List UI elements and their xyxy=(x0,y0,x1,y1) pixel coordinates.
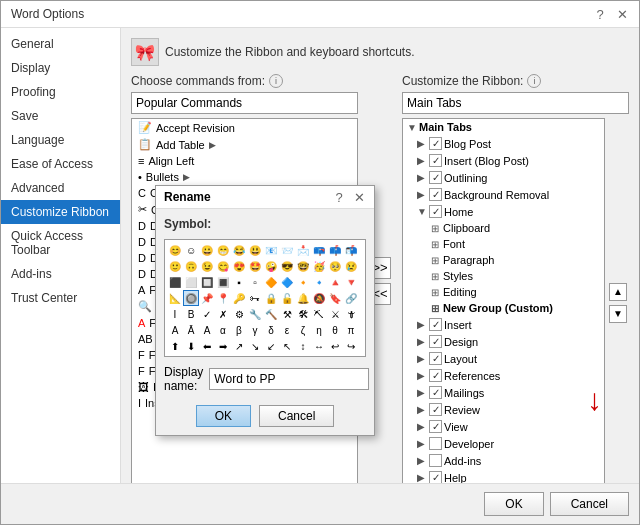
ribbon-item-references[interactable]: ▶ References xyxy=(403,367,604,384)
ribbon-item[interactable]: ⊞ Font xyxy=(403,236,604,252)
sym-cell[interactable]: ⬇ xyxy=(183,338,199,354)
sym-cell[interactable]: θ xyxy=(327,322,343,338)
dialog-help-button[interactable]: ? xyxy=(332,190,346,204)
sym-cell[interactable]: 😊 xyxy=(167,242,183,258)
help-button[interactable]: ? xyxy=(593,7,607,21)
ribbon-item[interactable]: ▶ Developer xyxy=(403,435,604,452)
sym-cell[interactable]: 🤪 xyxy=(263,258,279,274)
sidebar-item-add-ins[interactable]: Add-ins xyxy=(1,262,120,286)
dialog-cancel-button[interactable]: Cancel xyxy=(259,405,334,427)
sym-cell[interactable]: ⚙ xyxy=(231,306,247,322)
sidebar-item-trust-center[interactable]: Trust Center xyxy=(1,286,120,310)
sym-cell[interactable]: 🔔 xyxy=(295,290,311,306)
sym-cell[interactable]: α xyxy=(215,322,231,338)
sym-cell[interactable]: ε xyxy=(279,322,295,338)
sym-cell[interactable]: δ xyxy=(263,322,279,338)
ribbon-item[interactable]: ▶ Mailings xyxy=(403,384,604,401)
sidebar-item-save[interactable]: Save xyxy=(1,104,120,128)
ribbon-item-background-removal[interactable]: ▶ Background Removal xyxy=(403,186,604,203)
sym-cell[interactable]: ↘ xyxy=(247,338,263,354)
sidebar-item-proofing[interactable]: Proofing xyxy=(1,80,120,104)
sym-cell[interactable]: 🔑 xyxy=(231,290,247,306)
sidebar-item-customize-ribbon[interactable]: Customize Ribbon xyxy=(1,200,120,224)
customize-ribbon-dropdown[interactable]: Main Tabs xyxy=(402,92,629,114)
sym-cell[interactable]: ✓ xyxy=(199,306,215,322)
commands-from-dropdown[interactable]: Popular Commands xyxy=(131,92,358,114)
sym-cell-selected[interactable]: 🔘 xyxy=(183,290,199,306)
sym-cell[interactable]: ⬅ xyxy=(199,338,215,354)
sym-cell[interactable]: ζ xyxy=(295,322,311,338)
sym-cell[interactable]: 🥳 xyxy=(311,258,327,274)
ribbon-item[interactable]: ⊞ Styles xyxy=(403,268,604,284)
checkbox[interactable] xyxy=(429,454,442,467)
checkbox[interactable] xyxy=(429,437,442,450)
ribbon-item[interactable]: ▶ Review xyxy=(403,401,604,418)
sym-cell[interactable]: A xyxy=(167,322,183,338)
sym-cell[interactable]: ⬜ xyxy=(183,274,199,290)
ribbon-item[interactable]: ⊞ Editing xyxy=(403,284,604,300)
display-name-input[interactable] xyxy=(209,368,369,390)
sym-cell[interactable]: 🔷 xyxy=(279,274,295,290)
checkbox[interactable] xyxy=(429,171,442,184)
checkbox[interactable] xyxy=(429,471,442,483)
dialog-ok-button[interactable]: OK xyxy=(196,405,251,427)
sym-cell[interactable]: 😁 xyxy=(215,242,231,258)
sym-cell[interactable]: 🙃 xyxy=(183,258,199,274)
ribbon-item-home[interactable]: ▼ Home xyxy=(403,203,604,220)
sidebar-item-language[interactable]: Language xyxy=(1,128,120,152)
ribbon-item[interactable]: ⊞ Clipboard xyxy=(403,220,604,236)
checkbox[interactable] xyxy=(429,154,442,167)
sym-cell[interactable]: 📧 xyxy=(263,242,279,258)
sym-cell[interactable]: 🔶 xyxy=(263,274,279,290)
sym-cell[interactable]: 🔨 xyxy=(263,306,279,322)
sym-cell[interactable]: ⛏ xyxy=(311,306,327,322)
sym-cell[interactable]: ▫ xyxy=(247,274,263,290)
sidebar-item-advanced[interactable]: Advanced xyxy=(1,176,120,200)
close-button[interactable]: ✕ xyxy=(615,7,629,21)
sym-cell[interactable]: Ā xyxy=(183,322,199,338)
sidebar-item-ease[interactable]: Ease of Access xyxy=(1,152,120,176)
sym-cell[interactable]: 📐 xyxy=(167,290,183,306)
sym-cell[interactable]: γ xyxy=(247,322,263,338)
sym-cell[interactable]: 🔻 xyxy=(343,274,359,290)
move-down-button[interactable]: ▼ xyxy=(609,305,627,323)
ribbon-item-new-group[interactable]: ⊞ New Group (Custom) xyxy=(403,300,604,316)
sym-cell[interactable]: 😋 xyxy=(215,258,231,274)
ribbon-item[interactable]: ▶ Blog Post xyxy=(403,135,604,152)
list-item[interactable]: 📋 Add Table ▶ xyxy=(132,136,357,153)
sym-cell[interactable]: ↖ xyxy=(279,338,295,354)
sym-cell[interactable]: β xyxy=(231,322,247,338)
checkbox[interactable] xyxy=(429,335,442,348)
sym-cell[interactable]: ☺ xyxy=(183,242,199,258)
ok-button[interactable]: OK xyxy=(484,492,543,516)
sym-cell[interactable]: 🔺 xyxy=(327,274,343,290)
checkbox[interactable] xyxy=(429,386,442,399)
ribbon-item[interactable]: ▶ Design xyxy=(403,333,604,350)
sym-cell[interactable]: ⚔ xyxy=(327,306,343,322)
sym-cell[interactable]: ↪ xyxy=(343,338,359,354)
list-item[interactable]: • Bullets ▶ xyxy=(132,169,357,185)
sym-cell[interactable]: η xyxy=(311,322,327,338)
sym-cell[interactable]: 🔗 xyxy=(343,290,359,306)
ribbon-item[interactable]: ▶ Insert xyxy=(403,316,604,333)
commands-from-info-icon[interactable]: i xyxy=(269,74,283,88)
sym-cell[interactable]: π xyxy=(343,322,359,338)
sym-cell[interactable]: 😎 xyxy=(279,258,295,274)
sym-cell[interactable]: 😢 xyxy=(343,258,359,274)
checkbox[interactable] xyxy=(429,403,442,416)
checkbox[interactable] xyxy=(429,420,442,433)
sym-cell[interactable]: ↙ xyxy=(263,338,279,354)
sym-cell[interactable]: Α xyxy=(199,322,215,338)
sym-cell[interactable]: 🗡 xyxy=(343,306,359,322)
dialog-close-button[interactable]: ✕ xyxy=(352,190,366,204)
sym-cell[interactable]: 📨 xyxy=(279,242,295,258)
sym-cell[interactable]: ↕ xyxy=(295,338,311,354)
sym-cell[interactable]: 📌 xyxy=(199,290,215,306)
checkbox[interactable] xyxy=(429,318,442,331)
ribbon-item[interactable]: ▶ Help xyxy=(403,469,604,483)
ribbon-item[interactable]: ⊞ Paragraph xyxy=(403,252,604,268)
checkbox[interactable] xyxy=(429,188,442,201)
list-item[interactable]: ≡ Align Left xyxy=(132,153,357,169)
ribbon-item[interactable]: ▼Main Tabs xyxy=(403,119,604,135)
sym-cell[interactable]: 🔒 xyxy=(263,290,279,306)
